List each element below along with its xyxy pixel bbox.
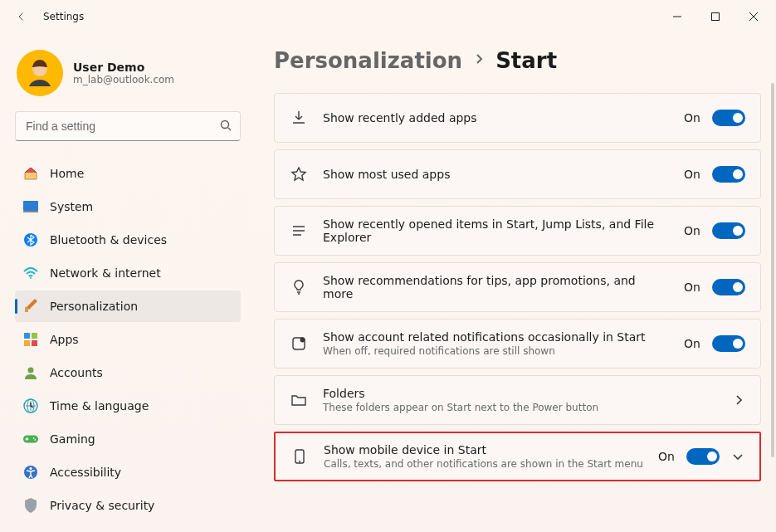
sidebar-item-label: Network & internet [50,266,161,280]
personalization-icon [23,299,38,314]
sidebar-item-network[interactable]: Network & internet [15,257,241,289]
svg-point-7 [30,277,32,279]
toggle-state-label: On [684,337,700,350]
phone-icon [290,447,309,466]
sidebar-item-system[interactable]: System [15,191,241,222]
svg-rect-9 [24,333,30,339]
home-icon [23,166,38,181]
sidebar-item-label: Accessibility [50,466,121,479]
breadcrumb-current: Start [495,48,557,73]
back-button[interactable] [12,0,32,33]
svg-rect-11 [24,340,30,346]
user-name: User Demo [73,61,174,74]
sidebar-item-label: Gaming [50,432,95,446]
sidebar-item-label: Personalization [50,300,138,313]
sidebar-item-bluetooth[interactable]: Bluetooth & devices [15,224,241,256]
title-bar: Settings [0,0,776,33]
svg-rect-4 [23,201,38,211]
app-title: Settings [43,11,84,22]
sidebar-item-accessibility[interactable]: Accessibility [15,456,241,488]
svg-point-18 [35,439,37,441]
sidebar-item-label: Accounts [50,366,103,379]
toggle-state-label: On [684,111,700,124]
svg-point-13 [28,368,34,373]
setting-title: Folders [323,387,717,400]
apps-icon [23,332,38,347]
accounts-icon [23,365,38,380]
settings-cards: Show recently added appsOnShow most used… [274,93,761,485]
avatar [17,50,63,96]
chevron-right-icon [732,394,745,406]
network-icon [23,266,38,281]
setting-card-folders[interactable]: FoldersThese folders appear on Start nex… [274,375,761,425]
chevron-down-icon[interactable] [731,451,744,462]
user-account-row[interactable]: User Demo m_lab@outlook.com [15,45,241,111]
sidebar-item-home[interactable]: Home [15,158,241,189]
toggle-state-label: On [684,224,700,237]
notify-icon [290,334,308,353]
toggle-switch[interactable] [712,279,745,295]
breadcrumb-parent[interactable]: Personalization [274,48,462,73]
chevron-right-icon [472,52,486,69]
setting-subtitle: These folders appear on Start next to th… [323,402,717,413]
search-box[interactable] [15,111,241,141]
setting-card-mobile-device[interactable]: Show mobile device in StartCalls, texts,… [274,432,761,481]
maximize-button[interactable] [696,0,735,33]
setting-title: Show recommendations for tips, app promo… [323,274,669,300]
sidebar-item-accounts[interactable]: Accounts [15,357,241,388]
list-icon [290,222,308,240]
setting-title: Show recently added apps [323,111,669,124]
close-button[interactable] [735,0,773,33]
sidebar-item-label: Privacy & security [50,499,154,512]
sidebar-item-time[interactable]: Time & language [15,390,241,422]
svg-point-20 [29,467,32,470]
sidebar-item-gaming[interactable]: Gaming [15,423,241,455]
setting-title: Show account related notifications occas… [323,330,669,344]
toggle-switch[interactable] [712,166,745,183]
star-icon [290,165,308,183]
user-email: m_lab@outlook.com [73,74,174,85]
sidebar-item-label: Home [50,167,84,180]
nav-list: HomeSystemBluetooth & devicesNetwork & i… [15,158,241,521]
sidebar-item-privacy[interactable]: Privacy & security [15,490,241,521]
sidebar-item-personalization[interactable]: Personalization [15,290,241,322]
minimize-button[interactable] [658,0,696,33]
toggle-state-label: On [684,281,700,294]
sidebar-item-apps[interactable]: Apps [15,324,241,355]
toggle-switch[interactable] [712,222,745,239]
svg-point-17 [33,437,35,439]
folder-icon [290,391,308,409]
system-icon [23,199,38,214]
setting-title: Show most used apps [323,168,669,181]
svg-point-22 [300,338,305,343]
toggle-state-label: On [658,450,675,463]
svg-point-3 [222,120,229,128]
sidebar: User Demo m_lab@outlook.com HomeSystemBl… [0,33,249,532]
setting-title: Show mobile device in Start [324,443,643,456]
setting-title: Show recently opened items in Start, Jum… [323,217,669,244]
accessibility-icon [23,465,38,480]
toggle-switch[interactable] [712,335,745,352]
search-input[interactable] [24,119,220,134]
breadcrumb: Personalization Start [274,48,761,73]
sidebar-item-label: Time & language [50,399,149,412]
gaming-icon [23,432,38,447]
setting-card-account-notifications: Show account related notifications occas… [274,319,761,368]
svg-rect-10 [32,333,37,339]
sidebar-item-label: Bluetooth & devices [50,233,167,246]
download-icon [290,109,308,127]
svg-rect-12 [32,340,37,346]
setting-card-most-used: Show most used appsOn [274,149,761,199]
toggle-switch[interactable] [712,110,745,126]
main-panel: Personalization Start Show recently adde… [249,33,776,532]
sidebar-item-label: System [50,200,93,213]
setting-subtitle: Calls, texts, and other notifications ar… [324,458,643,470]
setting-card-recently-added: Show recently added appsOn [274,93,761,143]
svg-rect-5 [23,211,38,212]
time-icon [23,398,38,413]
toggle-switch[interactable] [686,448,720,465]
scrollbar-thumb[interactable] [771,83,774,457]
scrollbar[interactable] [771,83,774,524]
svg-rect-0 [712,13,720,21]
sidebar-item-label: Apps [50,333,79,346]
